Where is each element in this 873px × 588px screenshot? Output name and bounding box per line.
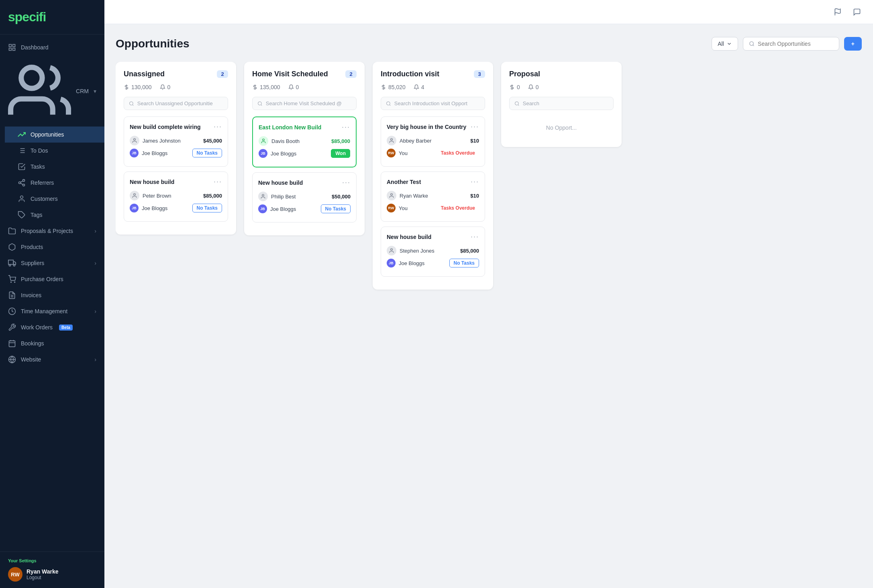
- opportunity-card[interactable]: New house build ··· Stephen Jones $85,00…: [381, 227, 485, 277]
- calendar-icon: [8, 339, 16, 347]
- tag-tasks-overdue: Tasks Overdue: [437, 149, 479, 157]
- sidebar-item-tasks[interactable]: Tasks: [5, 159, 104, 175]
- sidebar-item-opportunities[interactable]: Opportunities: [5, 127, 104, 143]
- svg-rect-1: [13, 45, 15, 47]
- column-amount: 135,000: [260, 84, 280, 90]
- card-options-button[interactable]: ···: [342, 123, 350, 131]
- card-options-button[interactable]: ···: [342, 178, 351, 187]
- opportunity-card[interactable]: Very big house in the Country ··· Abbey …: [381, 116, 485, 167]
- sidebar-item-website[interactable]: Website ›: [0, 351, 104, 368]
- sidebar-item-products[interactable]: Products: [0, 239, 104, 255]
- sidebar-item-crm[interactable]: CRM ▾: [0, 55, 104, 127]
- svg-point-13: [23, 184, 25, 186]
- svg-point-53: [515, 102, 519, 105]
- svg-line-48: [390, 104, 390, 105]
- add-opportunity-button[interactable]: +: [844, 37, 862, 51]
- bell-icon: [528, 84, 534, 90]
- card-title: Very big house in the Country: [387, 124, 466, 130]
- assignee-avatar: RW: [387, 204, 396, 212]
- sidebar-item-proposals[interactable]: Proposals & Projects ›: [0, 223, 104, 239]
- sidebar-item-suppliers[interactable]: Suppliers ›: [0, 255, 104, 271]
- card-person: Stephen Jones: [387, 246, 434, 255]
- svg-line-15: [20, 181, 23, 182]
- card-options-button[interactable]: ···: [471, 122, 479, 131]
- svg-point-12: [19, 182, 21, 184]
- sidebar-item-time-management[interactable]: Time Management ›: [0, 303, 104, 319]
- svg-marker-19: [13, 262, 16, 265]
- sidebar-item-customers[interactable]: Customers: [5, 191, 104, 207]
- search-opportunities-input[interactable]: [758, 41, 833, 47]
- column-search: [124, 97, 228, 110]
- sidebar-item-purchase-orders[interactable]: Purchase Orders: [0, 271, 104, 287]
- svg-rect-18: [8, 260, 13, 265]
- opportunity-card[interactable]: New house build ··· Philip Best $50,000: [252, 172, 357, 223]
- sidebar-item-todos[interactable]: To Dos: [5, 143, 104, 159]
- flag-icon[interactable]: [831, 6, 844, 18]
- card-assignee: JB Joe Bloggs: [259, 149, 296, 158]
- assignee-avatar: JB: [258, 204, 267, 213]
- shopping-cart-icon: [8, 275, 16, 283]
- sidebar-item-label: Invoices: [21, 292, 41, 298]
- sidebar-item-dashboard[interactable]: Dashboard: [0, 39, 104, 55]
- column-count-badge: 3: [474, 70, 485, 78]
- column-notifications: 0: [296, 84, 299, 90]
- assignee-name: Joe Bloggs: [142, 205, 167, 211]
- opportunity-card[interactable]: East London New Build ··· Davis Booth $8…: [252, 116, 357, 167]
- card-title: Another Test: [387, 179, 421, 185]
- card-assignee: RW You: [387, 204, 408, 212]
- column-header: Home Visit Scheduled 2: [252, 70, 357, 78]
- column-stats: 85,020 4: [381, 84, 485, 90]
- trending-up-icon: [18, 131, 26, 139]
- column-notification-stat: 4: [414, 84, 424, 90]
- column-search-input[interactable]: [523, 100, 608, 106]
- card-options-button[interactable]: ···: [471, 233, 479, 241]
- column-search-input[interactable]: [266, 100, 351, 106]
- card-amount: $10: [470, 138, 479, 144]
- tag-no-tasks: No Tasks: [192, 204, 222, 212]
- sidebar-item-label: Purchase Orders: [21, 276, 63, 282]
- opportunity-card[interactable]: Another Test ··· Ryan Warke $10: [381, 172, 485, 222]
- sidebar-item-label: Dashboard: [21, 44, 49, 51]
- svg-line-38: [133, 104, 133, 105]
- users-icon: [8, 59, 71, 122]
- column-search-input[interactable]: [394, 100, 480, 106]
- card-title: East London New Build: [259, 124, 321, 131]
- sidebar-item-bookings[interactable]: Bookings: [0, 335, 104, 351]
- filter-dropdown[interactable]: All: [712, 37, 738, 51]
- card-options-button[interactable]: ···: [214, 178, 222, 186]
- opportunity-card[interactable]: New build complete wiring ··· James John…: [124, 116, 228, 167]
- logout-button[interactable]: Logout: [27, 575, 59, 580]
- svg-line-14: [20, 183, 23, 184]
- bell-icon: [288, 84, 294, 90]
- box-icon: [8, 243, 16, 251]
- chat-icon[interactable]: [851, 6, 863, 18]
- tag-no-tasks: No Tasks: [449, 259, 479, 267]
- topbar: [104, 0, 873, 24]
- card-options-button[interactable]: ···: [471, 178, 479, 186]
- svg-rect-27: [9, 341, 15, 347]
- sidebar-item-label: Suppliers: [21, 260, 44, 266]
- tag-no-tasks: No Tasks: [321, 204, 351, 213]
- opportunity-card[interactable]: New house build ··· Peter Brown $85,000: [124, 172, 228, 222]
- sidebar-item-referrers[interactable]: Referrers: [5, 175, 104, 191]
- clock-icon: [8, 307, 16, 315]
- sidebar-item-invoices[interactable]: Invoices: [0, 287, 104, 303]
- sidebar-nav: Dashboard CRM ▾ Opportunities To Dos Tas…: [0, 35, 104, 551]
- avatar: RW: [8, 567, 22, 582]
- column-search-icon: [514, 101, 520, 106]
- no-opportunities-message: No Opport...: [509, 116, 614, 139]
- assignee-name: You: [399, 205, 408, 211]
- user-info: RW Ryan Warke Logout: [8, 567, 96, 582]
- card-options-button[interactable]: ···: [214, 122, 222, 131]
- card-title: New house build: [387, 234, 431, 240]
- sidebar-item-work-orders[interactable]: Work Orders Beta: [0, 319, 104, 335]
- column-search-icon: [129, 101, 134, 106]
- sidebar-item-label: Proposals & Projects: [21, 228, 73, 234]
- card-person: Abbey Barber: [387, 136, 432, 145]
- sidebar-item-tags[interactable]: Tags: [5, 207, 104, 223]
- column-search-input[interactable]: [137, 100, 223, 106]
- user-name: Ryan Warke: [27, 568, 59, 575]
- assignee-name: Joe Bloggs: [271, 151, 296, 157]
- card-title: New house build: [130, 179, 174, 185]
- kanban-board: Unassigned 2 130,000 0: [116, 62, 862, 296]
